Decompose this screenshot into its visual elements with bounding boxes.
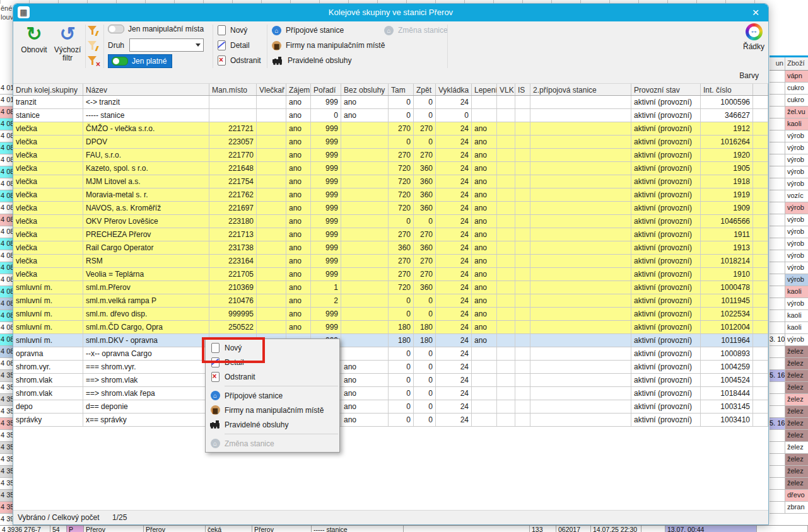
bg-right-cell: želez bbox=[785, 382, 808, 393]
detail-button[interactable]: Detail bbox=[218, 40, 250, 51]
column-header[interactable]: Lepení bbox=[472, 84, 497, 95]
table-cell: aktivní (provozní) bbox=[631, 347, 701, 360]
column-header[interactable]: Název bbox=[83, 84, 209, 95]
druh-combobox[interactable] bbox=[129, 38, 204, 52]
table-cell: aktivní (provozní) bbox=[631, 175, 701, 188]
column-header[interactable]: Pořadí bbox=[311, 84, 341, 95]
column-header[interactable]: IS bbox=[515, 84, 530, 95]
column-header[interactable]: Tam bbox=[389, 84, 414, 95]
new-button[interactable]: Nový bbox=[218, 25, 247, 36]
table-row[interactable]: depod== deponieano0024aktivní (provozní)… bbox=[13, 400, 768, 413]
bg-right-cell bbox=[770, 250, 785, 262]
table-cell: 0 bbox=[389, 308, 414, 320]
table-row[interactable]: vlečkaVeolia = Teplárna221705ano99927027… bbox=[13, 268, 768, 281]
table-row[interactable]: smluvní m.sml.m. dřevo disp.999995ano999… bbox=[13, 308, 768, 321]
table-cell bbox=[530, 387, 631, 400]
table-row[interactable]: vlečkaČMŽO - vlečka s.r.o.221721ano99927… bbox=[13, 122, 768, 136]
table-cell bbox=[257, 215, 286, 228]
column-header[interactable]: Zpět bbox=[414, 84, 436, 95]
table-cell: ano bbox=[472, 136, 497, 148]
barvy-button[interactable]: Barvy bbox=[739, 71, 759, 80]
colors-strip: Barvy bbox=[13, 71, 768, 83]
table-row[interactable]: smluvní m.sml.m.velká rampa P210476ano20… bbox=[13, 294, 768, 308]
table-row[interactable]: vlečkaMoravia-metal s. r.221762ano999720… bbox=[13, 188, 768, 202]
column-header[interactable]: Druh kolej.skupiny bbox=[13, 84, 83, 95]
regular-services-button[interactable]: Pravidelné obsluhy bbox=[272, 55, 351, 66]
menu-item-odstranit[interactable]: Odstranit bbox=[206, 369, 339, 384]
table-cell: ano bbox=[341, 413, 389, 426]
table-row[interactable]: shrom.vyr.=== shrom.vyr.ano0024aktivní (… bbox=[13, 361, 768, 374]
column-header[interactable]: Int. číslo bbox=[701, 84, 753, 95]
table-row[interactable]: vlečkaRail Cargo Operator231738ano999360… bbox=[13, 241, 768, 255]
table-row[interactable]: vlečkaFAU, s.r.o.221770ano99927027024ano… bbox=[13, 149, 768, 162]
table-row[interactable]: vlečkaOKV Přerov Lověšice223180ano999002… bbox=[13, 215, 768, 228]
bg-bottom-cell: 14.07.25 22:30 bbox=[591, 526, 641, 532]
bg-right-cell bbox=[770, 190, 785, 202]
table-cell bbox=[341, 255, 389, 267]
table-cell: 0 bbox=[389, 347, 414, 360]
filter-clear-icon[interactable]: × bbox=[88, 55, 98, 66]
companies-button[interactable]: ▆Firmy na manipulačním místě bbox=[272, 40, 385, 51]
table-row[interactable]: smluvní m.sml.m.DKV - opravna250480ano99… bbox=[13, 334, 768, 347]
column-header[interactable]: Bez obsluhy bbox=[341, 84, 389, 95]
table-row[interactable]: vlečkaNAVOS, a.s. Kroměříž221697ano99972… bbox=[13, 202, 768, 215]
table-row[interactable]: shrom.vlak==> shrom.vlakano0024aktivní (… bbox=[13, 374, 768, 387]
menu-item-label: Změna stanice bbox=[225, 439, 274, 448]
title-bar[interactable]: ▦ Kolejové skupiny ve stanici Přerov × bbox=[13, 4, 768, 21]
table-cell bbox=[515, 109, 530, 122]
table-cell: ano bbox=[286, 136, 311, 148]
table-row[interactable]: vlečkaPRECHEZA Přerov221713ano9992702702… bbox=[13, 228, 768, 241]
filter-edit-icon[interactable] bbox=[88, 40, 98, 51]
default-filter-button[interactable]: ↺ Výchozífiltr bbox=[51, 23, 84, 62]
column-header[interactable]: Provozní stav bbox=[631, 84, 701, 95]
column-header[interactable]: 2.přípojová stanice bbox=[530, 84, 631, 95]
connecting-stations-button[interactable]: ⌂Přípojové stanice bbox=[272, 25, 344, 36]
bg-left-row: 4 08 bbox=[0, 202, 13, 214]
table-row[interactable]: smluvní m.sml.m.ČD Cargo, Opra250522ano9… bbox=[13, 321, 768, 334]
column-header[interactable] bbox=[753, 84, 768, 95]
table-row[interactable]: vlečkaRSM223164ano99927027024anoaktivní … bbox=[13, 255, 768, 268]
table-row[interactable]: vlečkaMJM Litovel a.s.221754ano999720360… bbox=[13, 175, 768, 188]
table-cell: 999 bbox=[311, 321, 341, 333]
table-cell bbox=[530, 255, 631, 267]
column-header[interactable]: Man.místo bbox=[209, 84, 257, 95]
column-header[interactable]: Vlečkař bbox=[257, 84, 286, 95]
table-cell: vlečka bbox=[13, 188, 83, 201]
table-cell: aktivní (provozní) bbox=[631, 228, 701, 241]
only-valid-toggle[interactable]: Jen platné bbox=[108, 54, 172, 68]
table-row[interactable]: správkyx== správkyano0024aktivní (provoz… bbox=[13, 413, 768, 427]
close-icon[interactable]: × bbox=[748, 5, 763, 20]
menu-item-zm-na-stanice: ⌂Změna stanice bbox=[206, 436, 339, 451]
menu-item-p-pojov-stanice[interactable]: ⌂Přípojové stanice bbox=[206, 388, 339, 403]
table-row[interactable]: shrom.vlak==> shrom.vlak řepaano0024akti… bbox=[13, 387, 768, 400]
table-row[interactable]: opravna--x-- opravna Cargo0024aktivní (p… bbox=[13, 347, 768, 361]
column-header[interactable]: VLK bbox=[497, 84, 515, 95]
table-cell bbox=[515, 149, 530, 161]
menu-item-pravideln-obsluhy[interactable]: Pravidelné obsluhy bbox=[206, 417, 339, 432]
table-cell: 0 bbox=[414, 361, 436, 373]
table-cell: 0 bbox=[414, 109, 436, 122]
column-header[interactable]: Zájem bbox=[286, 84, 311, 95]
druh-label: Druh bbox=[108, 41, 124, 50]
table-cell bbox=[515, 361, 530, 373]
bg-right-row: výrob bbox=[770, 166, 808, 178]
table-cell: 999 bbox=[311, 255, 341, 267]
table-cell bbox=[497, 361, 515, 373]
menu-item-firmy-na-manipula-n-m-m-st[interactable]: ▆Firmy na manipulačním místě bbox=[206, 403, 339, 417]
table-cell: aktivní (provozní) bbox=[631, 400, 701, 413]
rows-button[interactable]: ↔ Řádky bbox=[736, 23, 769, 51]
table-row[interactable]: tranzit<-> tranzitano999ano0024aktivní (… bbox=[13, 96, 768, 109]
table-cell: 360 bbox=[389, 241, 414, 254]
table-cell: ----- stanice bbox=[83, 109, 209, 122]
remove-button[interactable]: Odstranit bbox=[218, 55, 261, 66]
refresh-button[interactable]: ↻ Obnovit bbox=[17, 23, 51, 54]
table-cell bbox=[530, 228, 631, 241]
column-header[interactable]: Vykládka bbox=[436, 84, 472, 95]
table-row[interactable]: vlečkaDPOV223057ano9990024anoaktivní (pr… bbox=[13, 136, 768, 149]
only-manipulation-toggle[interactable]: Jen manipulační místa bbox=[108, 25, 204, 33]
table-cell: 24 bbox=[436, 96, 472, 108]
table-row[interactable]: stanice----- staniceano0ano000aktivní (p… bbox=[13, 109, 768, 122]
filter-apply-icon[interactable] bbox=[88, 25, 98, 36]
table-row[interactable]: vlečkaKazeto, spol. s r.o.221648ano99972… bbox=[13, 162, 768, 175]
table-row[interactable]: smluvní m.sml.m.Přerov210369ano172036024… bbox=[13, 281, 768, 294]
